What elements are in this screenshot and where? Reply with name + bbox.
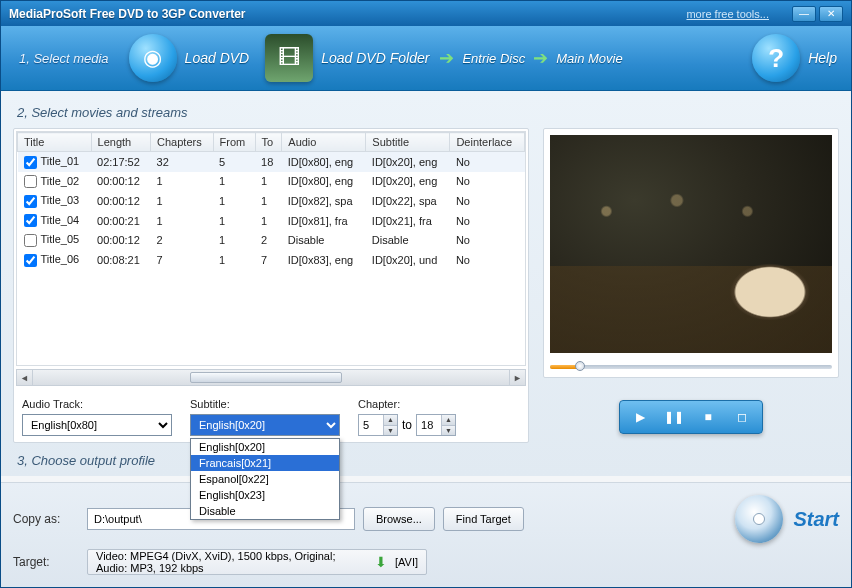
help-label: Help (808, 50, 837, 66)
col-length[interactable]: Length (91, 133, 151, 152)
col-to[interactable]: To (255, 133, 282, 152)
minimize-button[interactable]: — (792, 6, 816, 22)
step1-label: 1, Select media (19, 51, 109, 66)
row-checkbox[interactable] (24, 156, 37, 169)
close-button[interactable]: ✕ (819, 6, 843, 22)
titles-table[interactable]: Title Length Chapters From To Audio Subt… (16, 131, 526, 366)
window-title: MediaProSoft Free DVD to 3GP Converter (9, 7, 686, 21)
table-row[interactable]: Title_0102:17:5232518ID[0x80], engID[0x2… (18, 152, 525, 172)
arrow-icon: ➔ (439, 47, 454, 69)
preview-panel (543, 128, 839, 378)
chapter-from-spinner[interactable]: 5 ▲▼ (358, 414, 398, 436)
target-profile-text: Video: MPEG4 (DivX, XviD), 1500 kbps, Or… (96, 550, 367, 574)
subtitle-option[interactable]: English[0x23] (191, 487, 339, 503)
seek-bar[interactable] (550, 361, 832, 371)
scroll-right-icon[interactable]: ► (509, 370, 525, 385)
col-title[interactable]: Title (18, 133, 92, 152)
load-dvd-folder-button[interactable]: 🎞 Load DVD Folder (265, 34, 429, 82)
titles-panel: Title Length Chapters From To Audio Subt… (13, 128, 529, 443)
col-audio[interactable]: Audio (282, 133, 366, 152)
subtitle-option[interactable]: Espanol[0x22] (191, 471, 339, 487)
main-movie-button[interactable]: Main Movie (556, 51, 622, 66)
seek-thumb[interactable] (575, 361, 585, 371)
pause-button[interactable]: ❚❚ (658, 405, 690, 429)
row-checkbox[interactable] (24, 254, 37, 267)
table-row[interactable]: Title_0200:00:12111ID[0x80], engID[0x20]… (18, 172, 525, 192)
load-dvd-button[interactable]: ◉ Load DVD (129, 34, 250, 82)
subtitle-option[interactable]: Disable (191, 503, 339, 519)
subtitle-option[interactable]: English[0x20] (191, 439, 339, 455)
subtitle-option[interactable]: Francais[0x21] (191, 455, 339, 471)
help-button[interactable]: ? Help (752, 34, 837, 82)
load-dvd-folder-label: Load DVD Folder (321, 50, 429, 66)
chapter-label: Chapter: (358, 398, 456, 410)
copy-as-label: Copy as: (13, 512, 79, 526)
row-checkbox[interactable] (24, 214, 37, 227)
player-controls: ▶ ❚❚ ■ ◻ (619, 400, 763, 434)
titlebar: MediaProSoft Free DVD to 3GP Converter m… (1, 1, 851, 26)
target-format-text: [AVI] (395, 556, 418, 568)
col-from[interactable]: From (213, 133, 255, 152)
play-button[interactable]: ▶ (624, 405, 656, 429)
audio-track-label: Audio Track: (22, 398, 172, 410)
col-chapters[interactable]: Chapters (151, 133, 214, 152)
disc-icon: ◉ (129, 34, 177, 82)
target-profile-select[interactable]: Video: MPEG4 (DivX, XviD), 1500 kbps, Or… (87, 549, 427, 575)
start-button[interactable]: Start (735, 495, 839, 543)
find-target-button[interactable]: Find Target (443, 507, 524, 531)
more-tools-link[interactable]: more free tools... (686, 8, 769, 20)
row-checkbox[interactable] (24, 175, 37, 188)
col-subtitle[interactable]: Subtitle (366, 133, 450, 152)
entire-disc-button[interactable]: Entrie Disc (462, 51, 525, 66)
chapter-to-spinner[interactable]: 18 ▲▼ (416, 414, 456, 436)
browse-button[interactable]: Browse... (363, 507, 435, 531)
preview-video[interactable] (550, 135, 832, 353)
spin-down-icon[interactable]: ▼ (441, 426, 455, 436)
audio-track-select[interactable]: English[0x80] (22, 414, 172, 436)
disc-start-icon (735, 495, 783, 543)
subtitle-select[interactable]: English[0x20] (190, 414, 340, 436)
stop-button[interactable]: ■ (692, 405, 724, 429)
target-label: Target: (13, 555, 79, 569)
to-label: to (402, 418, 412, 432)
scroll-thumb[interactable] (190, 372, 342, 383)
subtitle-label: Subtitle: (190, 398, 340, 410)
main-toolbar: 1, Select media ◉ Load DVD 🎞 Load DVD Fo… (1, 26, 851, 91)
load-dvd-label: Load DVD (185, 50, 250, 66)
step3-label: 3, Choose output profile (17, 453, 839, 468)
step2-label: 2, Select movies and streams (17, 105, 839, 120)
col-deinterlace[interactable]: Deinterlace (450, 133, 525, 152)
snapshot-button[interactable]: ◻ (726, 405, 758, 429)
spin-up-icon[interactable]: ▲ (441, 415, 455, 426)
help-icon: ? (752, 34, 800, 82)
table-row[interactable]: Title_0300:00:12111ID[0x82], spaID[0x22]… (18, 191, 525, 211)
spin-up-icon[interactable]: ▲ (383, 415, 397, 426)
subtitle-dropdown-list[interactable]: English[0x20] Francais[0x21] Espanol[0x2… (190, 438, 340, 520)
row-checkbox[interactable] (24, 234, 37, 247)
scroll-left-icon[interactable]: ◄ (17, 370, 33, 385)
horizontal-scrollbar[interactable]: ◄ ► (16, 369, 526, 386)
row-checkbox[interactable] (24, 195, 37, 208)
table-row[interactable]: Title_0400:00:21111ID[0x81], fraID[0x21]… (18, 211, 525, 231)
table-row[interactable]: Title_0500:00:12212DisableDisableNo (18, 230, 525, 250)
folder-icon: 🎞 (265, 34, 313, 82)
download-icon: ⬇ (375, 554, 387, 570)
arrow-icon: ➔ (533, 47, 548, 69)
table-row[interactable]: Title_0600:08:21717ID[0x83], engID[0x20]… (18, 250, 525, 270)
start-label: Start (793, 508, 839, 531)
spin-down-icon[interactable]: ▼ (383, 426, 397, 436)
